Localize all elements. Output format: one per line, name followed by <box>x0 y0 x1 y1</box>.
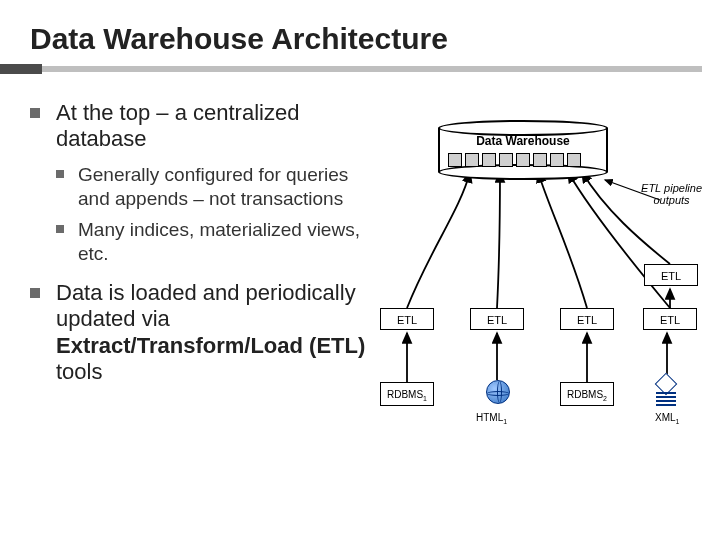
source-rdbms2: RDBMS2 <box>560 382 614 406</box>
data-warehouse-label: Data Warehouse <box>438 134 608 148</box>
warehouse-partitions <box>448 153 581 167</box>
data-warehouse-cylinder: Data Warehouse <box>438 120 608 180</box>
xml-icon <box>652 376 680 406</box>
bullet-1-2: Many indices, materialized views, etc. <box>56 218 370 266</box>
etl-pipeline-outputs-label: ETL pipeline outputs <box>641 182 702 206</box>
etl-box-upper: ETL <box>644 264 698 286</box>
etl-box-4: ETL <box>643 308 697 330</box>
architecture-diagram: Data Warehouse ETL pipeline outputs ETL … <box>370 110 710 510</box>
bullet-1: At the top – a centralized database Gene… <box>30 100 370 266</box>
bullet-1-text: At the top – a centralized database <box>56 100 299 151</box>
etl-box-3: ETL <box>560 308 614 330</box>
bullet-content: At the top – a centralized database Gene… <box>30 100 370 399</box>
etl-box-1: ETL <box>380 308 434 330</box>
bullet-2: Data is loaded and periodically updated … <box>30 280 370 386</box>
bullet-1-1: Generally configured for queries and app… <box>56 163 370 211</box>
etl-box-2: ETL <box>470 308 524 330</box>
source-xml1-label: XML1 <box>655 412 679 425</box>
slide-title: Data Warehouse Architecture <box>0 0 720 62</box>
source-rdbms1: RDBMS1 <box>380 382 434 406</box>
title-underline <box>0 64 720 74</box>
globe-icon <box>486 380 510 404</box>
source-html1-label: HTML1 <box>476 412 507 425</box>
